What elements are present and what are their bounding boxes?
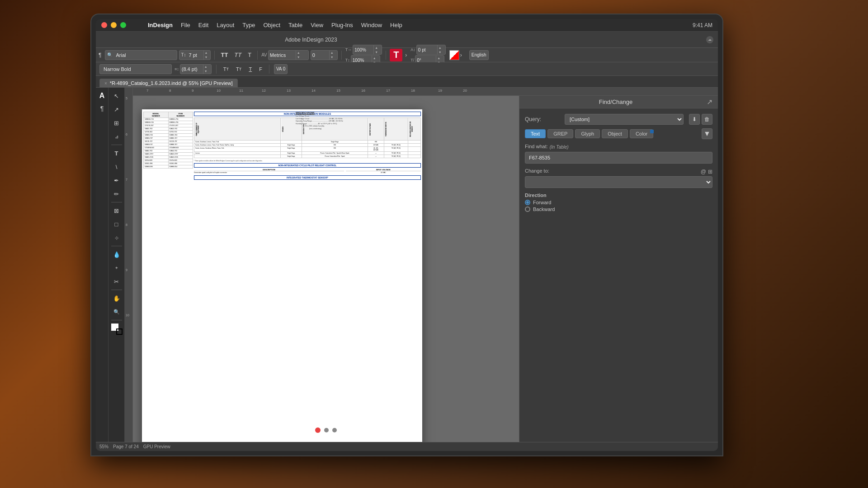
leading-up[interactable]: ▲ <box>203 65 208 69</box>
tool-page[interactable]: ⊞ <box>110 117 123 129</box>
tool-measure[interactable]: ⌖ <box>110 262 123 274</box>
tracking-down[interactable]: ▼ <box>330 55 335 60</box>
direction-forward-radio[interactable] <box>525 200 530 205</box>
dropbox-icon[interactable]: ☁ <box>706 36 713 43</box>
menu-table[interactable]: Table <box>288 22 302 28</box>
document-canvas[interactable]: MODELNUMBER ITEMNUMBER 50M56U-75150M56U-… <box>133 96 519 442</box>
font-size-input[interactable] <box>188 52 203 58</box>
menu-view[interactable]: View <box>311 22 323 28</box>
fc-tab-more-dropdown[interactable]: ▼ <box>702 128 712 139</box>
scale-h-spinner: ▲ ▼ <box>373 45 379 54</box>
dot-1[interactable] <box>324 428 329 432</box>
kerning-up[interactable]: ▲ <box>296 51 301 55</box>
tool-pencil[interactable]: ✏ <box>110 188 123 200</box>
find-what-input[interactable] <box>525 152 712 164</box>
tracking-up[interactable]: ▲ <box>330 51 335 55</box>
tab-text[interactable]: Text <box>525 129 546 138</box>
character-style-T[interactable]: T <box>390 49 402 61</box>
delete-query-button[interactable]: 🗑 <box>702 114 712 125</box>
font-size-down[interactable]: ▼ <box>204 55 209 60</box>
tab-close-btn[interactable]: × <box>104 81 107 86</box>
scale-v-input[interactable] <box>351 58 372 63</box>
minimize-button[interactable] <box>111 22 117 28</box>
tool-rectangle[interactable]: □ <box>110 218 123 230</box>
tool-rectangle-frame[interactable]: ⊠ <box>110 204 123 217</box>
bold-button[interactable]: TT <box>218 50 230 60</box>
insert-icon[interactable]: ⊞ <box>708 169 712 175</box>
tool-eyedropper[interactable]: 💧 <box>110 248 123 261</box>
subscript-button[interactable]: TT <box>234 64 244 74</box>
app-menu-name[interactable]: InDesign <box>148 22 173 28</box>
caps-button[interactable]: T <box>245 50 254 60</box>
underline-button[interactable]: T <box>246 64 254 74</box>
scale-h-up[interactable]: ▲ <box>374 45 379 50</box>
kerning-input[interactable] <box>269 52 296 58</box>
scale-v-up[interactable]: ▲ <box>372 56 377 60</box>
kerning-down[interactable]: ▼ <box>296 55 301 60</box>
change-to-input[interactable] <box>525 176 712 188</box>
tool-selection[interactable]: ↖ <box>110 89 123 102</box>
tool-hand[interactable]: ✋ <box>110 292 123 305</box>
paragraph-mode-icon[interactable]: ¶ <box>99 52 101 58</box>
menu-help[interactable]: Help <box>390 22 402 28</box>
traffic-lights <box>101 22 126 28</box>
leading-input[interactable] <box>180 66 203 72</box>
active-tab[interactable]: × *R-4899_Catalog_1.6.2023.indd @ 55% [G… <box>99 79 238 87</box>
stages-5: Single Stage <box>281 155 302 158</box>
skew-up[interactable]: ▲ <box>436 56 441 60</box>
dot-2[interactable] <box>332 428 337 432</box>
menu-window[interactable]: Window <box>361 22 382 28</box>
font-style-input[interactable] <box>102 65 160 74</box>
model-cell: 50A55-763 <box>144 127 169 131</box>
baseline-input[interactable] <box>417 47 437 52</box>
font-size-up[interactable]: ▲ <box>204 51 209 55</box>
tool-paragraph[interactable]: ¶ <box>96 102 108 115</box>
tab-glyph[interactable]: Glyph <box>575 129 600 138</box>
menu-layout[interactable]: Layout <box>217 22 234 28</box>
tool-character[interactable]: A <box>96 89 108 102</box>
tracking-input[interactable] <box>311 52 329 58</box>
brands-1: Carrier, Goodman, Lennox, Trane, York <box>194 141 281 144</box>
at-icon[interactable]: @ <box>701 169 706 175</box>
tool-free-transform[interactable]: ⊹ <box>110 231 123 244</box>
tab-grep[interactable]: GREP <box>547 129 573 138</box>
menu-edit[interactable]: Edit <box>198 22 208 28</box>
va-tracking-input[interactable]: VA 0 <box>274 64 288 74</box>
menu-object[interactable]: Object <box>264 22 281 28</box>
color-expand-icon[interactable]: › <box>459 52 466 58</box>
language-selector[interactable]: English <box>469 50 489 60</box>
menu-file[interactable]: File <box>181 22 190 28</box>
baseline-down[interactable]: ▼ <box>438 50 443 54</box>
menu-plugins[interactable]: Plug-Ins <box>331 22 353 28</box>
italic-button[interactable]: TT <box>232 50 244 60</box>
dot-active[interactable] <box>315 427 321 433</box>
stroke-swatch[interactable] <box>116 328 123 335</box>
tool-direct-selection[interactable]: ↗ <box>110 103 123 116</box>
query-select[interactable]: [Custom] <box>565 114 684 125</box>
leading-down[interactable]: ▼ <box>203 69 208 74</box>
tool-scissors[interactable]: ✂ <box>110 275 123 288</box>
tool-gap[interactable]: ⊿ <box>110 130 123 143</box>
tab-color-label: Color <box>636 131 647 136</box>
strikethrough-button[interactable]: F <box>257 64 264 74</box>
item-cell: 50A65-3745 <box>168 156 193 159</box>
skew-input[interactable] <box>415 58 436 63</box>
direction-backward-radio[interactable] <box>525 206 530 212</box>
scale-h-down[interactable]: ▼ <box>374 50 379 54</box>
maximize-button[interactable] <box>120 22 126 28</box>
tool-type[interactable]: T <box>110 147 123 160</box>
menu-type[interactable]: Type <box>242 22 255 28</box>
fill-color-swatch[interactable] <box>449 50 459 60</box>
baseline-up[interactable]: ▲ <box>438 45 443 50</box>
tool-line[interactable]: \ <box>110 160 123 173</box>
font-family-input[interactable] <box>114 51 168 60</box>
close-button[interactable] <box>101 22 107 28</box>
save-query-button[interactable]: ⬇ <box>689 114 700 125</box>
tab-object[interactable]: Object <box>602 129 628 138</box>
tool-pen[interactable]: ✒ <box>110 174 123 187</box>
superscript-button[interactable]: TT <box>221 64 231 74</box>
expand-arrow-icon[interactable]: › <box>405 52 407 58</box>
tab-color[interactable]: Color <box>630 129 653 138</box>
scale-h-input[interactable] <box>353 47 373 52</box>
tool-zoom[interactable]: 🔍 <box>110 305 123 318</box>
